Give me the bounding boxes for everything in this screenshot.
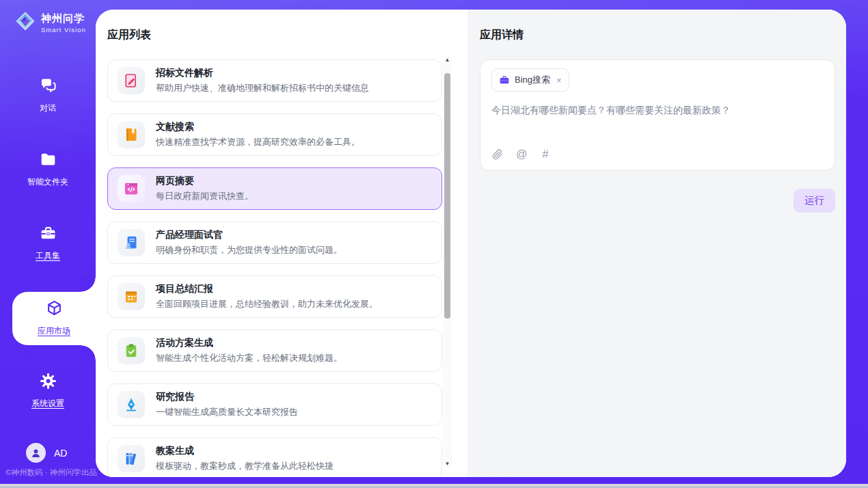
app-description: 全面回顾项目进展，总结经验教训，助力未来优化发展。 (156, 298, 378, 310)
app-title: 文献搜索 (156, 121, 360, 133)
avatar-icon (26, 443, 46, 463)
app-card[interactable]: 项目总结汇报 全面回顾项目进展，总结经验教训，助力未来优化发展。 (107, 275, 442, 318)
sidebar-item-label: 工具集 (0, 250, 96, 262)
sidebar-item-label: 应用市场 (12, 325, 96, 337)
prompt-text[interactable]: 今日湖北有哪些新闻要点？有哪些需要关注的最新政策？ (491, 105, 824, 117)
user-name: AD (54, 448, 67, 459)
app-list: 招标文件解析 帮助用户快速、准确地理解和解析招标书中的关键信息 文献搜索 快速精… (107, 59, 442, 477)
app-list-title: 应用列表 (107, 28, 467, 42)
main-content: 应用列表 招标文件解析 帮助用户快速、准确地理解和解析招标书中的关键信息 文献搜… (96, 10, 846, 477)
app-list-panel: 应用列表 招标文件解析 帮助用户快速、准确地理解和解析招标书中的关键信息 文献搜… (96, 10, 467, 477)
app-title: 研究报告 (156, 391, 298, 403)
close-icon[interactable]: × (556, 75, 562, 85)
gear-icon (39, 372, 57, 390)
scroll-down-icon[interactable]: ▼ (443, 461, 452, 467)
app-description: 一键智能生成高质量长文本研究报告 (156, 406, 298, 418)
copyright-text: ©神州数码 · 神州问学出品 (5, 467, 97, 478)
gem-logo-icon (15, 11, 36, 34)
prompt-toolbar: @# (491, 148, 824, 161)
app-title: 网页摘要 (156, 175, 254, 187)
sidebar-item-label: 对话 (0, 103, 96, 114)
user-account[interactable]: AD (26, 443, 67, 463)
run-button[interactable]: 运行 (794, 189, 835, 213)
attachment-icon[interactable] (491, 148, 504, 161)
folder-icon (39, 150, 57, 169)
app-description: 明确身份和职责，为您提供专业性的面试问题。 (156, 244, 342, 256)
prompt-card: Bing搜索 × 今日湖北有哪些新闻要点？有哪些需要关注的最新政策？ @# (480, 59, 835, 171)
app-title: 活动方案生成 (156, 337, 342, 349)
sidebar-item-folder[interactable]: 智能文件夹 (0, 150, 96, 188)
interview-doc-icon (123, 234, 139, 251)
mention-icon[interactable]: @ (515, 148, 528, 161)
cube-icon (45, 299, 64, 318)
app-card[interactable]: 教案生成 模板驱动，教案秒成，教学准备从此轻松快捷 (107, 437, 442, 477)
app-card[interactable]: 文献搜索 快速精准查找学术资源，提高研究效率的必备工具。 (107, 113, 442, 156)
chat-icon (39, 77, 57, 95)
sidebar-item-label: 系统设置 (0, 398, 96, 409)
books-icon (123, 450, 139, 467)
app-title: 项目总结汇报 (156, 283, 378, 295)
doc-edit-icon (123, 72, 139, 89)
app-title: 产品经理面试官 (156, 229, 342, 241)
app-description: 每日政府新闻资讯快查。 (156, 190, 254, 202)
brand-name: 神州问学 (41, 12, 86, 25)
app-description: 智能生成个性化活动方案，轻松解决规划难题。 (156, 352, 342, 364)
report-note-icon (123, 288, 139, 305)
toolbox-icon (39, 224, 57, 243)
sidebar-item-cube[interactable]: 应用市场 (12, 292, 96, 345)
app-description: 帮助用户快速、准确地理解和解析招标书中的关键信息 (156, 82, 369, 94)
web-code-icon (123, 180, 139, 197)
app-card[interactable]: 网页摘要 每日政府新闻资讯快查。 (107, 167, 442, 210)
sidebar-item-gear[interactable]: 系统设置 (0, 372, 96, 409)
window-bottom-edge (0, 484, 868, 488)
brand-logo: 神州问学 Smart Vision (15, 11, 86, 34)
clipboard-check-icon (123, 342, 139, 359)
app-detail-title: 应用详情 (480, 28, 835, 42)
sidebar: 神州问学 Smart Vision 对话 智能文件夹 工具集 应用市场 系统设置… (0, 0, 96, 488)
app-description: 模板驱动，教案秒成，教学准备从此轻松快捷 (156, 460, 334, 472)
app-card[interactable]: 产品经理面试官 明确身份和职责，为您提供专业性的面试问题。 (107, 221, 442, 264)
tool-chip-bing-search[interactable]: Bing搜索 × (491, 68, 569, 92)
app-card[interactable]: 活动方案生成 智能生成个性化活动方案，轻松解决规划难题。 (107, 329, 442, 372)
brand-subtitle: Smart Vision (41, 26, 86, 33)
app-description: 快速精准查找学术资源，提高研究效率的必备工具。 (156, 136, 360, 148)
list-scrollbar[interactable]: ▲ ▼ (443, 56, 452, 467)
book-icon (123, 126, 139, 143)
app-title: 教案生成 (156, 445, 334, 457)
scrollbar-thumb[interactable] (444, 73, 450, 318)
scroll-up-icon[interactable]: ▲ (443, 57, 452, 63)
sidebar-item-toolbox[interactable]: 工具集 (0, 224, 96, 262)
briefcase-icon (499, 74, 510, 85)
sidebar-item-chat[interactable]: 对话 (0, 77, 96, 114)
hash-icon[interactable]: # (539, 148, 552, 161)
sidebar-item-label: 智能文件夹 (0, 176, 96, 188)
app-card[interactable]: 招标文件解析 帮助用户快速、准确地理解和解析招标书中的关键信息 (107, 59, 442, 102)
tool-chip-label: Bing搜索 (515, 74, 550, 86)
app-title: 招标文件解析 (156, 67, 369, 79)
app-detail-panel: 应用详情 Bing搜索 × 今日湖北有哪些新闻要点？有哪些需要关注的最新政策？ … (467, 10, 846, 477)
pen-report-icon (123, 396, 139, 413)
app-card[interactable]: 研究报告 一键智能生成高质量长文本研究报告 (107, 383, 442, 426)
